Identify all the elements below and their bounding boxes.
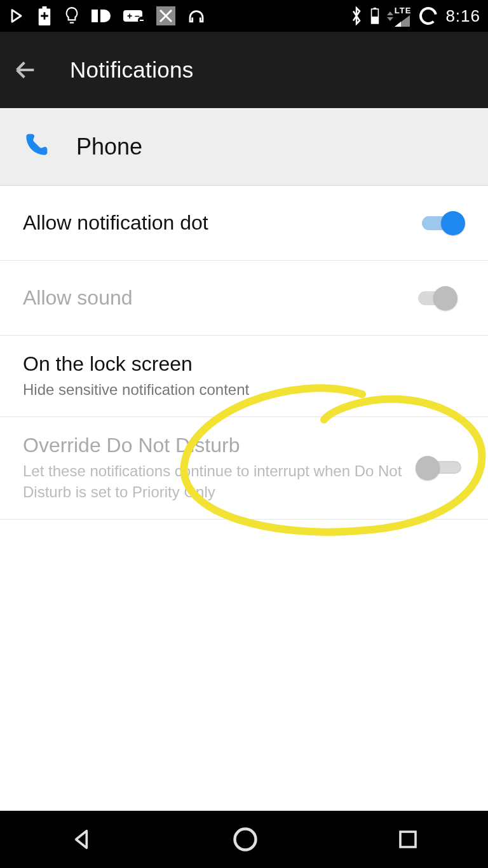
nav-home-button[interactable] (231, 825, 259, 853)
row-title: On the lock screen (23, 352, 452, 376)
svg-rect-8 (371, 17, 378, 24)
page-title: Notifications (70, 57, 194, 83)
svg-text:+: + (127, 11, 132, 21)
phone-icon (22, 132, 50, 162)
battery-small-icon (370, 8, 379, 24)
nav-back-button[interactable] (69, 827, 94, 852)
switch-allow-notification-dot[interactable] (416, 210, 465, 237)
back-button[interactable] (13, 57, 38, 83)
battery-plus-icon (37, 6, 52, 25)
switch-override-dnd (416, 455, 465, 481)
gamepad-plus-icon: +– (123, 8, 145, 24)
settings-list: Allow notification dot Allow sound On th… (0, 186, 488, 520)
signal-lte-icon: LTE (387, 6, 412, 27)
row-subtitle: Hide sensitive notification content (23, 380, 452, 400)
status-right-icons: LTE 8:16 (350, 6, 480, 27)
row-allow-sound: Allow sound (0, 261, 488, 336)
app-header-label: Phone (76, 134, 142, 160)
row-override-dnd: Override Do Not Disturb Let these notifi… (0, 417, 488, 520)
app-header-row[interactable]: Phone (0, 108, 488, 186)
row-title: Override Do Not Disturb (23, 434, 403, 457)
row-title: Allow notification dot (23, 211, 403, 235)
headphones-icon (187, 6, 206, 25)
app-bar: Notifications (0, 32, 488, 108)
x-box-icon (156, 6, 175, 25)
navigation-bar (0, 811, 488, 868)
row-subtitle: Let these notifications continue to inte… (23, 461, 403, 502)
status-left-icons: +– (8, 6, 206, 25)
nav-recent-button[interactable] (396, 828, 419, 851)
switch-allow-sound (416, 285, 465, 312)
row-allow-notification-dot[interactable]: Allow notification dot (0, 186, 488, 261)
bluetooth-icon (350, 6, 363, 25)
svg-rect-0 (92, 10, 98, 22)
loading-ring-icon (419, 6, 438, 25)
id-icon (92, 8, 112, 24)
lte-label: LTE (395, 6, 412, 15)
bulb-icon (64, 6, 80, 25)
status-time: 8:16 (445, 6, 480, 26)
play-icon (8, 7, 25, 25)
svg-rect-11 (400, 832, 416, 847)
row-lock-screen[interactable]: On the lock screen Hide sensitive notifi… (0, 336, 488, 417)
row-title: Allow sound (23, 286, 403, 310)
status-bar: +– LTE 8:16 (0, 0, 488, 32)
svg-point-10 (235, 829, 256, 850)
svg-point-9 (419, 6, 438, 25)
